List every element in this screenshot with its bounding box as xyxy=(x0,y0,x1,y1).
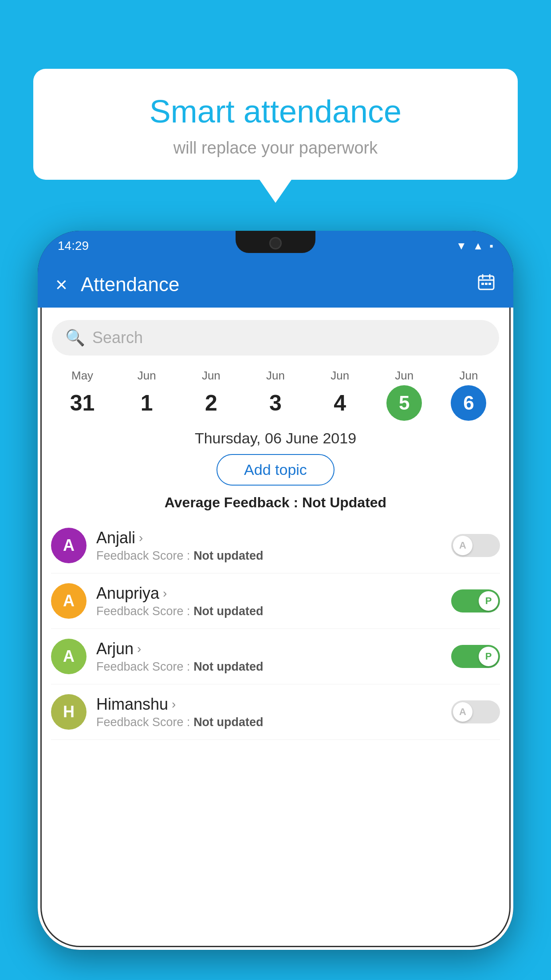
bubble-subtitle: will replace your paperwork xyxy=(60,138,491,158)
feedback-score: Feedback Score : Not updated xyxy=(96,660,451,674)
bubble-title: Smart attendance xyxy=(60,93,491,130)
status-icons: ▼ ▲ ▪ xyxy=(456,240,493,252)
student-info: Anjali ›Feedback Score : Not updated xyxy=(96,529,451,563)
calendar-day-4[interactable]: Jun4 xyxy=(308,369,372,421)
student-name[interactable]: Anjali › xyxy=(96,529,451,547)
chevron-right-icon: › xyxy=(137,642,141,656)
feedback-label: Average Feedback : xyxy=(165,494,298,510)
student-name[interactable]: Himanshu › xyxy=(96,695,451,714)
status-time: 14:29 xyxy=(58,239,89,253)
attendance-toggle[interactable]: P xyxy=(451,589,500,612)
wifi-icon: ▼ xyxy=(456,240,467,252)
calendar-day-2[interactable]: Jun2 xyxy=(179,369,243,421)
student-name[interactable]: Anupriya › xyxy=(96,584,451,603)
student-info: Anupriya ›Feedback Score : Not updated xyxy=(96,584,451,618)
battery-icon: ▪ xyxy=(489,240,493,252)
feedback-score: Feedback Score : Not updated xyxy=(96,715,451,729)
calendar-day-5[interactable]: Jun5 xyxy=(372,369,437,421)
calendar-day-6[interactable]: Jun6 xyxy=(437,369,501,421)
student-info: Himanshu ›Feedback Score : Not updated xyxy=(96,695,451,729)
search-placeholder: Search xyxy=(92,328,143,347)
avatar: A xyxy=(51,583,87,619)
chevron-right-icon: › xyxy=(139,531,143,545)
search-bar[interactable]: 🔍 Search xyxy=(52,320,499,356)
student-item: AAnjali ›Feedback Score : Not updatedA xyxy=(51,518,500,573)
student-item: AAnupriya ›Feedback Score : Not updatedP xyxy=(51,573,500,629)
avatar: H xyxy=(51,694,87,730)
signal-icon: ▲ xyxy=(473,240,484,252)
attendance-toggle[interactable]: A xyxy=(451,700,500,723)
screen-content: 🔍 Search May31Jun1Jun2Jun3Jun4Jun5Jun6 T… xyxy=(38,308,513,950)
app-bar: × Attendance xyxy=(38,261,513,308)
notch xyxy=(236,231,315,253)
svg-rect-6 xyxy=(488,283,491,285)
calendar-button[interactable] xyxy=(477,273,496,296)
feedback-info: Average Feedback : Not Updated xyxy=(38,494,513,511)
student-name[interactable]: Arjun › xyxy=(96,640,451,658)
svg-rect-5 xyxy=(485,283,488,285)
close-button[interactable]: × xyxy=(55,274,67,295)
attendance-toggle[interactable]: P xyxy=(451,645,500,668)
phone-wrapper: 14:29 ▼ ▲ ▪ × Attendance xyxy=(38,231,513,980)
chevron-right-icon: › xyxy=(163,586,167,601)
add-topic-button[interactable]: Add topic xyxy=(216,454,335,486)
student-list: AAnjali ›Feedback Score : Not updatedAAA… xyxy=(38,518,513,740)
svg-rect-4 xyxy=(481,283,484,285)
app-title: Attendance xyxy=(81,273,477,296)
calendar-strip: May31Jun1Jun2Jun3Jun4Jun5Jun6 xyxy=(38,364,513,421)
calendar-day-0[interactable]: May31 xyxy=(50,369,114,421)
selected-date: Thursday, 06 June 2019 xyxy=(38,430,513,447)
student-item: AArjun ›Feedback Score : Not updatedP xyxy=(51,629,500,684)
calendar-day-3[interactable]: Jun3 xyxy=(243,369,307,421)
avatar: A xyxy=(51,639,87,674)
attendance-toggle[interactable]: A xyxy=(451,534,500,557)
phone-frame: 14:29 ▼ ▲ ▪ × Attendance xyxy=(38,231,513,950)
speech-bubble-container: Smart attendance will replace your paper… xyxy=(33,69,518,180)
calendar-day-1[interactable]: Jun1 xyxy=(114,369,179,421)
camera xyxy=(269,237,282,249)
feedback-value: Not Updated xyxy=(302,494,386,510)
chevron-right-icon: › xyxy=(172,697,176,711)
student-item: HHimanshu ›Feedback Score : Not updatedA xyxy=(51,684,500,740)
avatar: A xyxy=(51,528,87,563)
feedback-score: Feedback Score : Not updated xyxy=(96,605,451,618)
feedback-score: Feedback Score : Not updated xyxy=(96,549,451,563)
student-info: Arjun ›Feedback Score : Not updated xyxy=(96,640,451,674)
search-icon: 🔍 xyxy=(65,328,85,347)
speech-bubble: Smart attendance will replace your paper… xyxy=(33,69,518,180)
